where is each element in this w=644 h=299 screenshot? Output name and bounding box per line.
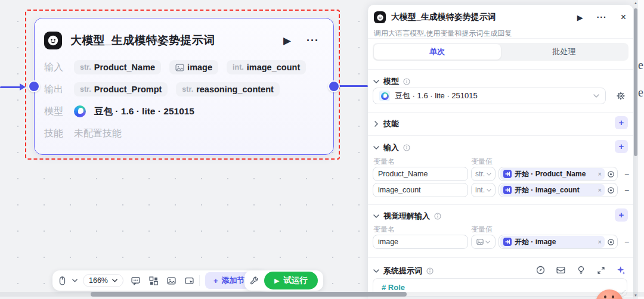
panel-subtitle: 调用大语言模型,使用变量和提示词生成回复 [374, 29, 512, 39]
remove-row-icon[interactable]: − [624, 237, 629, 247]
close-icon[interactable]: × [621, 12, 626, 23]
input-row: Product_Name str. 开始 · Product_Name × − [373, 167, 629, 181]
node-skill-row: 技能 未配置技能 [44, 125, 324, 142]
vision-section-header[interactable]: 视觉理解输入 [373, 211, 441, 222]
node-input-port[interactable] [28, 80, 40, 92]
node-output-row: 输出 str. Product_Prompt str. reasoning_co… [44, 81, 324, 98]
chevron-down-icon [112, 279, 117, 282]
mouse-mode-chevron-icon[interactable] [72, 279, 78, 282]
locate-target-icon[interactable] [607, 238, 615, 246]
clear-ref-icon[interactable]: × [598, 186, 602, 194]
panel-run-icon[interactable]: ▶ [577, 13, 583, 22]
variable-value-field[interactable]: 开始 · image × [499, 235, 618, 249]
start-node-icon [503, 170, 512, 178]
panel-header: 大模型_生成模特姿势提示词 ▶ ··· × [374, 11, 626, 23]
blocks-icon[interactable] [149, 276, 158, 285]
variable-value-field[interactable]: 开始 · image_count × [499, 183, 618, 197]
skill-section-header[interactable]: 技能 [373, 119, 399, 129]
model-settings-gear-icon[interactable] [616, 91, 626, 101]
occluded-content-fragment: e e [638, 0, 644, 299]
chevron-down-icon [593, 94, 599, 98]
comment-icon[interactable] [131, 276, 140, 285]
locate-target-icon[interactable] [607, 170, 615, 178]
info-icon [426, 267, 434, 275]
variable-name-input[interactable]: image_count [373, 183, 468, 197]
node-input-row: 输入 str. Product_Name image int. image_co… [44, 59, 324, 76]
outgoing-edge [339, 85, 368, 87]
input-tag: image [169, 60, 218, 74]
compass-icon[interactable] [536, 266, 545, 275]
library-inbox-icon[interactable] [556, 266, 565, 275]
image-type-icon [476, 238, 484, 245]
variable-name-input[interactable]: Product_Name [373, 167, 468, 181]
variable-name-input[interactable]: image [373, 235, 468, 249]
scroll-up-arrow-icon[interactable]: ▲ [634, 1, 637, 5]
ai-sparkle-icon[interactable] [617, 266, 626, 275]
horizontal-scrollbar-thumb[interactable] [91, 292, 407, 297]
type-select[interactable]: str. [471, 167, 496, 181]
collapse-icon [373, 146, 379, 150]
mascot-eye [604, 295, 606, 298]
locate-target-icon[interactable] [607, 186, 615, 194]
input-tag: int. image_count [227, 60, 306, 74]
image-node-icon[interactable] [167, 276, 176, 285]
node-model-row: 模型 豆包 · 1.6 · lite · 251015 [44, 103, 324, 120]
test-run-button[interactable]: ▶ 试运行 [264, 272, 318, 289]
clear-ref-icon[interactable]: × [598, 170, 602, 177]
variable-ref-chip[interactable]: 开始 · image_count × [500, 184, 605, 196]
tab-single[interactable]: 单次 [374, 44, 501, 60]
mode-tabs: 单次 批处理 [373, 43, 628, 61]
doubao-logo-icon [74, 105, 86, 117]
output-tag: str. Product_Prompt [74, 82, 168, 96]
wrench-icon[interactable] [250, 276, 259, 285]
canvas-toolbar: 166% + 添加节点 [52, 270, 267, 291]
remove-row-icon[interactable]: − [624, 169, 629, 179]
add-vision-input-button[interactable]: + [615, 208, 628, 222]
zoom-level: 166% [89, 276, 108, 285]
node-output-port[interactable] [328, 80, 340, 92]
input-tag: str. Product_Name [74, 60, 161, 74]
variable-ref-chip[interactable]: 开始 · image × [500, 236, 605, 248]
system-prompt-header[interactable]: 系统提示词 [373, 266, 434, 276]
variable-ref-chip[interactable]: 开始 · Product_Name × [500, 168, 605, 180]
tab-batch[interactable]: 批处理 [501, 44, 628, 60]
model-select[interactable]: 豆包 · 1.6 · lite · 251015 [373, 88, 606, 104]
type-select[interactable] [471, 235, 496, 249]
run-toolbar: ▶ 试运行 [244, 270, 323, 291]
collapse-icon [373, 214, 379, 218]
variable-value-field[interactable]: 开始 · Product_Name × [499, 167, 618, 181]
workflow-editor: 大模型_生成模特姿势提示词 ▶ ··· 输入 str. Product_Name… [0, 0, 644, 299]
mouse-mode-icon[interactable] [58, 276, 67, 285]
zoom-control[interactable]: 166% [83, 274, 123, 287]
input-section-header[interactable]: 输入 [373, 142, 410, 153]
add-skill-button[interactable]: + [615, 116, 628, 129]
lightbulb-icon[interactable] [577, 266, 586, 275]
toolbar-divider [199, 275, 200, 286]
doubao-logo-icon [379, 91, 390, 101]
llm-node-icon [44, 32, 62, 49]
llm-node-card[interactable]: 大模型_生成模特姿势提示词 ▶ ··· 输入 str. Product_Name… [34, 18, 334, 155]
clear-ref-icon[interactable]: × [598, 238, 602, 245]
info-icon [403, 78, 410, 85]
collapse-icon [373, 269, 379, 273]
remove-row-icon[interactable]: − [624, 185, 629, 195]
add-input-button[interactable]: + [615, 140, 628, 153]
image-type-icon [175, 63, 184, 72]
type-select[interactable]: int. [471, 183, 496, 197]
mascot-eye [612, 295, 614, 298]
node-run-icon[interactable]: ▶ [283, 35, 291, 47]
collapse-icon [373, 80, 379, 83]
info-icon [403, 144, 410, 151]
expand-icon[interactable] [597, 266, 605, 275]
model-section-header[interactable]: 模型 [373, 76, 410, 87]
output-tag: str. reasoning_content [176, 82, 279, 96]
input-row: image_count int. 开始 · image_count × − [373, 183, 629, 197]
vertical-scrollbar-thumb[interactable] [634, 8, 637, 156]
prompt-content: # Role [382, 283, 405, 292]
panel-more-icon[interactable]: ··· [597, 13, 607, 22]
frame-select-icon[interactable] [185, 276, 194, 285]
node-config-panel: 大模型_生成模特姿势提示词 ▶ ··· × 调用大语言模型,使用变量和提示词生成… [368, 5, 633, 299]
panel-title: 大模型_生成模特姿势提示词 [391, 12, 572, 23]
node-title: 大模型_生成模特姿势提示词 [70, 33, 275, 48]
node-more-icon[interactable]: ··· [306, 35, 319, 47]
